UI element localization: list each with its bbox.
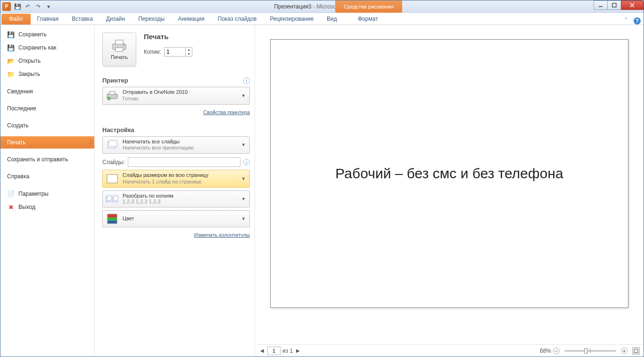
- print-layout-title: Слайды размером во всю страницу: [123, 172, 237, 179]
- qat-undo-icon[interactable]: ↶: [23, 2, 33, 11]
- tab-home[interactable]: Главная: [31, 14, 66, 25]
- collate-icon: [106, 193, 119, 205]
- preview-canvas: Рабочий – без смс и без телефона: [255, 25, 644, 344]
- next-page-button[interactable]: ▶: [295, 347, 301, 355]
- color-dropdown[interactable]: Цвет ▼: [102, 210, 250, 227]
- tab-review[interactable]: Рецензирование: [263, 14, 320, 25]
- svg-rect-17: [114, 196, 118, 201]
- print-button-label: Печать: [111, 54, 128, 60]
- chevron-down-icon: ▼: [240, 93, 247, 98]
- print-layout-sub: Напечатать 1 слайд на странице: [123, 179, 237, 185]
- printer-device-icon: [106, 90, 119, 101]
- sidebar-item-print[interactable]: Печать: [0, 136, 94, 149]
- svg-rect-19: [107, 217, 117, 221]
- quick-access-toolbar: 💾 ↶ ↷ ▾: [13, 2, 53, 11]
- page-number-input[interactable]: [267, 347, 281, 355]
- zoom-out-button[interactable]: −: [553, 348, 560, 354]
- tab-format[interactable]: Формат: [351, 14, 385, 25]
- sidebar-item-open[interactable]: 📂Открыть: [0, 54, 94, 67]
- sidebar-item-options[interactable]: 📄Параметры: [0, 187, 94, 200]
- qat-redo-icon[interactable]: ↷: [33, 2, 43, 11]
- ribbon-tabs: Файл Главная Вставка Дизайн Переходы Ани…: [0, 13, 644, 25]
- qat-customize-icon[interactable]: ▾: [44, 2, 53, 11]
- collate-sub: 1,2,3 1,2,3 1,2,3: [123, 199, 237, 205]
- slides-stack-icon: [106, 139, 119, 150]
- sidebar-item-save[interactable]: 💾Сохранить: [0, 28, 94, 41]
- svg-rect-13: [107, 174, 117, 183]
- page-of-label: из 1: [282, 348, 293, 354]
- close-button[interactable]: [621, 0, 644, 10]
- chevron-down-icon: ▼: [240, 216, 247, 221]
- sidebar-item-info[interactable]: Сведения: [0, 85, 94, 98]
- full-page-slide-icon: [106, 173, 119, 184]
- info-icon[interactable]: i: [243, 159, 250, 166]
- preview-status-bar: ◀ из 1 ▶ 68% − +: [255, 344, 644, 357]
- document-name: Презентация3: [274, 3, 311, 10]
- qat-save-icon[interactable]: 💾: [13, 2, 22, 11]
- prev-page-button[interactable]: ◀: [259, 347, 265, 355]
- edit-header-footer-link[interactable]: Изменить колонтитулы: [194, 232, 250, 238]
- zoom-slider[interactable]: [564, 350, 616, 352]
- app-window: P 💾 ↶ ↷ ▾ Презентация3 - Microsoft Power…: [0, 0, 644, 357]
- minimize-button[interactable]: [594, 0, 608, 10]
- sidebar-item-share[interactable]: Сохранить и отправить: [0, 153, 94, 166]
- svg-rect-18: [107, 214, 117, 217]
- printer-status: Готово: [123, 96, 237, 102]
- tab-transitions[interactable]: Переходы: [132, 14, 171, 25]
- sidebar-item-new[interactable]: Создать: [0, 119, 94, 132]
- copies-spinner[interactable]: ▲▼: [164, 47, 192, 57]
- printer-dropdown[interactable]: Отправить в OneNote 2010 Готово ▼: [102, 87, 250, 105]
- powerpoint-icon: P: [2, 2, 11, 11]
- info-icon[interactable]: i: [243, 77, 250, 84]
- print-layout-dropdown[interactable]: Слайды размером во всю страницу Напечата…: [102, 170, 250, 188]
- chevron-down-icon: ▼: [240, 197, 247, 201]
- sidebar-item-close[interactable]: 📁Закрыть: [0, 67, 94, 81]
- tab-animation[interactable]: Анимация: [171, 14, 211, 25]
- tab-slideshow[interactable]: Показ слайдов: [211, 14, 264, 25]
- color-title: Цвет: [123, 216, 237, 222]
- tab-view[interactable]: Вид: [320, 14, 344, 25]
- save-as-icon: 💾: [7, 44, 15, 51]
- ribbon-minimize-icon[interactable]: ˆ: [622, 17, 630, 25]
- zoom-in-button[interactable]: +: [621, 348, 627, 354]
- zoom-thumb[interactable]: [584, 348, 588, 354]
- slide-preview: Рабочий – без смс и без телефона: [270, 39, 628, 308]
- slides-input[interactable]: [128, 158, 240, 167]
- copies-input[interactable]: [165, 48, 185, 56]
- svg-rect-12: [109, 141, 117, 147]
- folder-close-icon: 📁: [7, 70, 15, 78]
- spinner-up-icon[interactable]: ▲: [186, 48, 192, 52]
- collate-dropdown[interactable]: Разобрать по копиям 1,2,3 1,2,3 1,2,3 ▼: [102, 191, 250, 208]
- spinner-down-icon[interactable]: ▼: [186, 52, 192, 56]
- backstage-view: 💾Сохранить 💾Сохранить как 📂Открыть 📁Закр…: [0, 25, 644, 357]
- sidebar-item-recent[interactable]: Последние: [0, 102, 94, 115]
- printer-icon: [111, 39, 127, 52]
- save-icon: 💾: [7, 31, 15, 38]
- help-icon[interactable]: ?: [634, 17, 641, 25]
- print-range-dropdown[interactable]: Напечатать все слайды Напечатать всю пре…: [102, 136, 250, 154]
- sidebar-item-saveas[interactable]: 💾Сохранить как: [0, 41, 94, 54]
- zoom-fit-button[interactable]: [632, 347, 640, 355]
- sidebar-item-help[interactable]: Справка: [0, 170, 94, 183]
- tab-design[interactable]: Дизайн: [99, 14, 132, 25]
- print-range-title: Напечатать все слайды: [123, 139, 237, 145]
- settings-section-heading: Настройка: [102, 126, 250, 133]
- print-preview-area: Рабочий – без смс и без телефона ◀ из 1 …: [255, 25, 644, 357]
- sidebar-item-exit[interactable]: ✖Выход: [0, 200, 94, 214]
- tab-file[interactable]: Файл: [1, 14, 31, 25]
- slides-label: Слайды:: [102, 159, 125, 166]
- printer-section-heading: Принтер: [102, 77, 243, 84]
- print-button[interactable]: Печать: [102, 33, 136, 66]
- title-bar: P 💾 ↶ ↷ ▾ Презентация3 - Microsoft Power…: [0, 0, 644, 13]
- options-icon: 📄: [7, 190, 15, 198]
- maximize-button[interactable]: [607, 0, 621, 10]
- svg-rect-9: [109, 91, 115, 94]
- svg-rect-20: [107, 221, 117, 224]
- print-settings-panel: Печать Печать Копии: ▲▼ Принтер i: [95, 25, 255, 357]
- svg-point-7: [124, 45, 125, 46]
- chevron-down-icon: ▼: [240, 142, 247, 147]
- svg-rect-22: [634, 349, 638, 353]
- printer-properties-link[interactable]: Свойства принтера: [203, 109, 250, 115]
- color-swatch-icon: [106, 213, 119, 224]
- tab-insert[interactable]: Вставка: [65, 14, 99, 25]
